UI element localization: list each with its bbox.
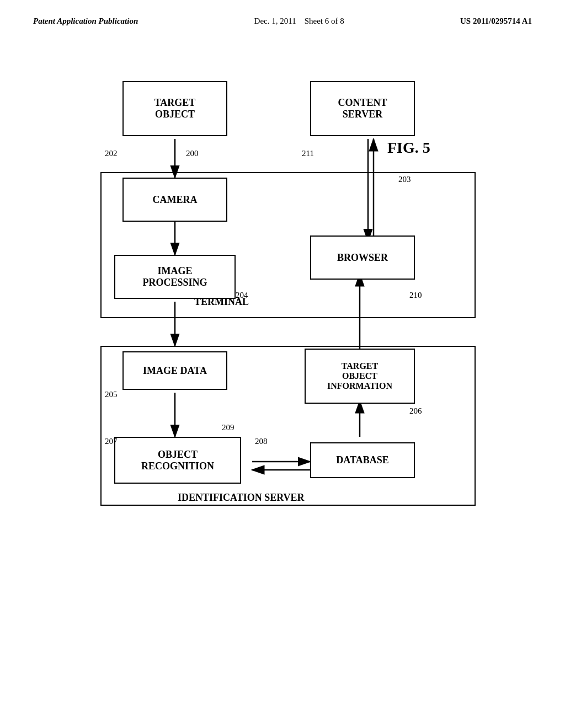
label-202: 202 (105, 149, 118, 158)
figure-label: FIG. 5 (387, 139, 430, 157)
label-211: 211 (302, 149, 314, 158)
object-recognition-box: OBJECT RECOGNITION (114, 437, 241, 484)
target-object-info-box: TARGET OBJECT INFORMATION (305, 349, 415, 404)
page-header: Patent Application Publication Dec. 1, 2… (0, 0, 565, 31)
label-204: 204 (236, 291, 248, 300)
identification-server-label: IDENTIFICATION SERVER (178, 492, 305, 504)
label-200: 200 (186, 149, 199, 158)
content-server-box: CONTENT SERVER (310, 81, 415, 136)
header-patent-number: US 2011/0295714 A1 (460, 17, 532, 26)
header-center: Dec. 1, 2011 Sheet 6 of 8 (254, 17, 344, 26)
database-box: DATABASE (310, 442, 415, 478)
image-data-box: IMAGE DATA (122, 351, 227, 390)
browser-box: BROWSER (310, 235, 415, 280)
image-processing-box: IMAGE PROCESSING (114, 255, 236, 299)
label-203: 203 (398, 175, 411, 184)
label-206: 206 (409, 406, 422, 416)
diagram-area: FIG. 5 TARGET OBJECT CONTENT SERVER TERM… (67, 53, 498, 660)
target-object-box: TARGET OBJECT (122, 81, 227, 136)
label-208: 208 (255, 437, 268, 446)
label-207: 207 (105, 437, 118, 446)
label-210: 210 (409, 291, 422, 300)
label-209: 209 (222, 423, 234, 432)
camera-box: CAMERA (122, 178, 227, 222)
header-publication: Patent Application Publication (33, 17, 138, 26)
label-205: 205 (105, 390, 118, 399)
